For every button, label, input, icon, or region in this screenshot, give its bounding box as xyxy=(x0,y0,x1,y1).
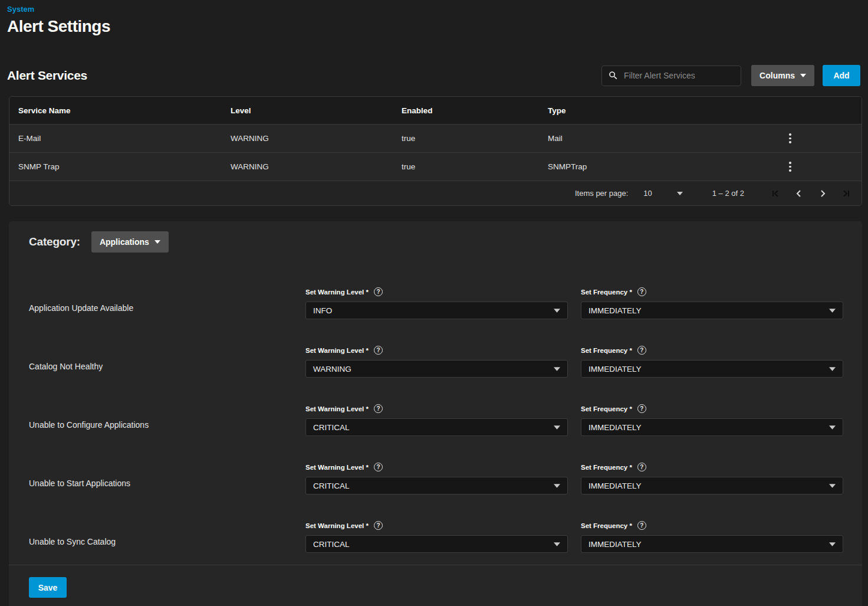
help-icon[interactable]: ? xyxy=(374,463,383,471)
warning-level-label: Set Warning Level * xyxy=(305,405,369,412)
breadcrumb-system[interactable]: System xyxy=(7,5,34,14)
alert-services-toolbar: Alert Services Columns Add xyxy=(7,65,860,86)
frequency-value: IMMEDIATELY xyxy=(588,306,642,315)
filter-alert-services-input[interactable] xyxy=(624,71,735,80)
help-icon[interactable]: ? xyxy=(637,521,646,530)
last-page-icon[interactable] xyxy=(834,182,858,205)
frequency-label: Set Frequency * xyxy=(581,289,632,296)
warning-level-label: Set Warning Level * xyxy=(305,522,369,529)
columns-button-label: Columns xyxy=(760,71,795,80)
kebab-menu-icon[interactable] xyxy=(783,132,797,146)
save-button[interactable]: Save xyxy=(29,577,67,598)
chevron-down-icon xyxy=(829,309,836,313)
cell-type: Mail xyxy=(548,134,778,143)
warning-level-value: INFO xyxy=(313,306,332,315)
column-header-type[interactable]: Type xyxy=(548,106,778,115)
filter-alert-services-box[interactable] xyxy=(601,65,741,86)
help-icon[interactable]: ? xyxy=(374,346,383,355)
frequency-select[interactable]: IMMEDIATELY xyxy=(581,477,843,494)
alert-name: Catalog Not Healthy xyxy=(29,346,305,371)
warning-level-value: CRITICAL xyxy=(313,481,350,490)
frequency-value: IMMEDIATELY xyxy=(588,481,642,490)
first-page-icon[interactable] xyxy=(764,182,787,205)
frequency-select[interactable]: IMMEDIATELY xyxy=(581,302,843,319)
items-per-page-label: Items per page: xyxy=(575,189,628,198)
cell-type: SNMPTrap xyxy=(548,162,778,171)
chevron-down-icon xyxy=(800,74,806,77)
chevron-down-icon xyxy=(554,425,560,430)
help-icon[interactable]: ? xyxy=(374,521,383,530)
chevron-down-icon xyxy=(829,425,836,430)
columns-button[interactable]: Columns xyxy=(751,65,814,86)
frequency-value: IMMEDIATELY xyxy=(588,365,642,374)
chevron-down-icon xyxy=(554,484,560,488)
add-button[interactable]: Add xyxy=(823,65,860,86)
cell-service-name: E-Mail xyxy=(18,134,231,143)
previous-page-icon[interactable] xyxy=(787,182,811,205)
alert-name: Unable to Sync Catalog xyxy=(29,521,305,546)
cell-level: WARNING xyxy=(231,162,402,171)
frequency-label: Set Frequency * xyxy=(581,347,632,354)
frequency-select[interactable]: IMMEDIATELY xyxy=(581,535,843,553)
alert-name: Unable to Configure Applications xyxy=(29,404,305,430)
warning-level-select[interactable]: CRITICAL xyxy=(305,477,568,494)
frequency-label: Set Frequency * xyxy=(581,522,632,529)
warning-level-select[interactable]: INFO xyxy=(305,302,568,319)
warning-level-value: CRITICAL xyxy=(313,540,350,549)
page-header: System Alert Settings xyxy=(0,0,868,36)
column-header-level[interactable]: Level xyxy=(231,106,402,115)
alert-services-table: Service Name Level Enabled Type E-Mail W… xyxy=(9,96,862,206)
frequency-value: IMMEDIATELY xyxy=(588,540,642,549)
help-icon[interactable]: ? xyxy=(637,463,646,471)
chevron-down-icon xyxy=(554,367,560,371)
kebab-menu-icon[interactable] xyxy=(783,160,797,174)
alert-setting-row: Unable to Configure Applications Set War… xyxy=(29,404,843,436)
help-icon[interactable]: ? xyxy=(637,346,646,355)
alert-name: Application Update Available xyxy=(29,287,305,313)
table-header-row: Service Name Level Enabled Type xyxy=(9,97,862,125)
frequency-select[interactable]: IMMEDIATELY xyxy=(581,360,843,378)
chevron-down-icon xyxy=(829,367,836,371)
alert-name: Unable to Start Applications xyxy=(29,463,305,488)
next-page-icon[interactable] xyxy=(811,182,834,205)
category-label: Category: xyxy=(29,235,80,248)
chevron-down-icon xyxy=(554,542,560,546)
page-title: Alert Settings xyxy=(7,17,859,36)
chevron-down-icon xyxy=(829,484,836,488)
frequency-value: IMMEDIATELY xyxy=(588,423,642,432)
category-panel: Category: Applications Application Updat… xyxy=(9,221,862,606)
items-per-page-caret-icon[interactable] xyxy=(677,192,683,195)
cell-level: WARNING xyxy=(231,134,402,143)
cell-enabled: true xyxy=(402,134,548,143)
search-icon xyxy=(608,70,619,81)
chevron-down-icon xyxy=(829,542,836,546)
help-icon[interactable]: ? xyxy=(374,404,383,413)
alert-setting-row: Catalog Not Healthy Set Warning Level * … xyxy=(29,346,843,378)
warning-level-select[interactable]: CRITICAL xyxy=(305,418,568,436)
help-icon[interactable]: ? xyxy=(637,287,646,296)
frequency-label: Set Frequency * xyxy=(581,405,632,412)
warning-level-label: Set Warning Level * xyxy=(305,347,369,354)
table-row[interactable]: E-Mail WARNING true Mail xyxy=(9,125,862,153)
alert-setting-row: Unable to Start Applications Set Warning… xyxy=(29,463,843,494)
paginator-range-label: 1 – 2 of 2 xyxy=(712,189,744,198)
alert-setting-row: Unable to Sync Catalog Set Warning Level… xyxy=(29,521,843,553)
warning-level-value: CRITICAL xyxy=(313,423,350,432)
category-select[interactable]: Applications xyxy=(91,231,169,253)
category-select-value: Applications xyxy=(100,237,149,247)
cell-service-name: SNMP Trap xyxy=(18,162,231,171)
warning-level-select[interactable]: WARNING xyxy=(305,360,568,378)
chevron-down-icon xyxy=(554,309,560,313)
help-icon[interactable]: ? xyxy=(374,287,383,296)
chevron-down-icon xyxy=(154,240,160,244)
items-per-page-value[interactable]: 10 xyxy=(643,189,652,198)
paginator: Items per page: 10 1 – 2 of 2 xyxy=(9,181,862,205)
warning-level-value: WARNING xyxy=(313,365,351,374)
frequency-select[interactable]: IMMEDIATELY xyxy=(581,418,843,436)
warning-level-select[interactable]: CRITICAL xyxy=(305,535,568,553)
column-header-service-name[interactable]: Service Name xyxy=(18,106,231,115)
table-row[interactable]: SNMP Trap WARNING true SNMPTrap xyxy=(9,153,862,181)
help-icon[interactable]: ? xyxy=(637,404,646,413)
cell-enabled: true xyxy=(402,162,548,171)
column-header-enabled[interactable]: Enabled xyxy=(402,106,548,115)
